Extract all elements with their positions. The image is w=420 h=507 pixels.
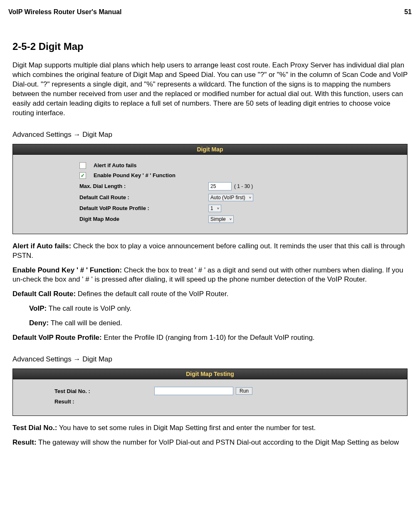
digit-map-mode-label: Digit Map Mode [79, 216, 208, 222]
test-dial-label: Test Dial No. : [54, 388, 154, 394]
route-desc-body: Defines the default call route of the Vo… [76, 290, 228, 298]
alert-desc-body: Check the box to play a voice announceme… [12, 242, 405, 260]
test-dial-desc-body: You have to set some rules in Digit Map … [57, 424, 316, 432]
default-call-route-row: Default Call Route : Auto (VoIP first) [79, 194, 399, 201]
alert-checkbox[interactable] [79, 162, 86, 169]
default-call-route-select[interactable]: Auto (VoIP first) [208, 194, 253, 201]
test-dial-description: Test Dial No.: You have to set some rule… [12, 423, 408, 433]
page-number: 51 [404, 8, 412, 16]
result-description: Result: The gateway will show the number… [12, 438, 408, 448]
digit-map-panel-title: Digit Map [13, 144, 407, 155]
max-dial-row: Max. Dial Length : 25 ( 1 - 30 ) [79, 182, 399, 190]
page-header: VoIP Wireless Router User's Manual 51 [0, 8, 420, 28]
section-heading: 2-5-2 Digit Map [12, 41, 408, 52]
default-voip-profile-select[interactable]: 1 [208, 205, 221, 212]
pound-row: ✓ Enable Pound Key ' # ' Function [79, 172, 399, 179]
page-content: 2-5-2 Digit Map Digit Map supports multi… [0, 41, 420, 448]
breadcrumb: Advanced Settings → Digit Map [12, 131, 408, 139]
pound-checkbox[interactable]: ✓ [79, 172, 86, 179]
test-dial-input[interactable] [154, 387, 233, 395]
default-call-route-label: Default Call Route : [79, 194, 208, 200]
deny-description: Deny: The call will be denied. [29, 319, 408, 328]
result-desc-body: The gateway will show the number for VoI… [37, 438, 399, 446]
manual-title: VoIP Wireless Router User's Manual [8, 8, 122, 16]
max-dial-range: ( 1 - 30 ) [234, 183, 253, 189]
manual-page: VoIP Wireless Router User's Manual 51 2-… [0, 0, 420, 469]
alert-desc-title: Alert if Auto fails: [12, 242, 71, 250]
route-desc-title: Default Call Route: [12, 290, 76, 298]
digit-map-testing-panel: Digit Map Testing Test Dial No. : Run Re… [12, 369, 408, 416]
result-row: Result : [54, 398, 399, 405]
result-desc-title: Result: [12, 438, 37, 446]
breadcrumb: Advanced Settings → Digit Map [12, 355, 408, 364]
digit-map-mode-select[interactable]: Simple [208, 215, 234, 223]
voip-desc-title: VoIP: [29, 304, 47, 312]
voip-description: VoIP: The call route is VoIP only. [29, 304, 408, 314]
profile-desc-title: Default VoIP Route Profile: [12, 334, 102, 341]
digit-map-panel: Digit Map Alert if Auto fails ✓ Enable P… [12, 144, 408, 234]
run-button[interactable]: Run [236, 387, 252, 395]
digit-map-panel-body: Alert if Auto fails ✓ Enable Pound Key '… [13, 155, 407, 234]
alert-row: Alert if Auto fails [79, 162, 399, 169]
digit-map-testing-body: Test Dial No. : Run Result : [13, 379, 407, 415]
test-dial-desc-title: Test Dial No.: [12, 424, 57, 432]
default-voip-profile-row: Default VoIP Route Profile : 1 [79, 205, 399, 212]
default-voip-profile-label: Default VoIP Route Profile : [79, 205, 208, 211]
route-description: Default Call Route: Defines the default … [12, 289, 408, 299]
digit-map-mode-row: Digit Map Mode Simple [79, 215, 399, 223]
profile-desc-body: Enter the Profile ID (ranging from 1-10)… [102, 334, 315, 341]
alert-label: Alert if Auto fails [94, 162, 222, 168]
digit-map-testing-title: Digit Map Testing [13, 369, 407, 379]
deny-desc-body: The call will be denied. [49, 319, 122, 327]
max-dial-label: Max. Dial Length : [79, 183, 208, 189]
result-label: Result : [54, 398, 154, 405]
pound-desc-title: Enable Pound Key ' # ' Function: [12, 266, 122, 274]
deny-desc-title: Deny: [29, 319, 49, 327]
profile-description: Default VoIP Route Profile: Enter the Pr… [12, 333, 408, 343]
pound-description: Enable Pound Key ' # ' Function: Check t… [12, 266, 408, 285]
voip-desc-body: The call route is VoIP only. [47, 304, 131, 312]
pound-label: Enable Pound Key ' # ' Function [94, 172, 222, 178]
max-dial-input[interactable]: 25 [208, 182, 232, 190]
intro-paragraph: Digit Map supports multiple dial plans w… [12, 61, 408, 118]
alert-description: Alert if Auto fails: Check the box to pl… [12, 242, 408, 261]
test-dial-row: Test Dial No. : Run [54, 387, 399, 395]
